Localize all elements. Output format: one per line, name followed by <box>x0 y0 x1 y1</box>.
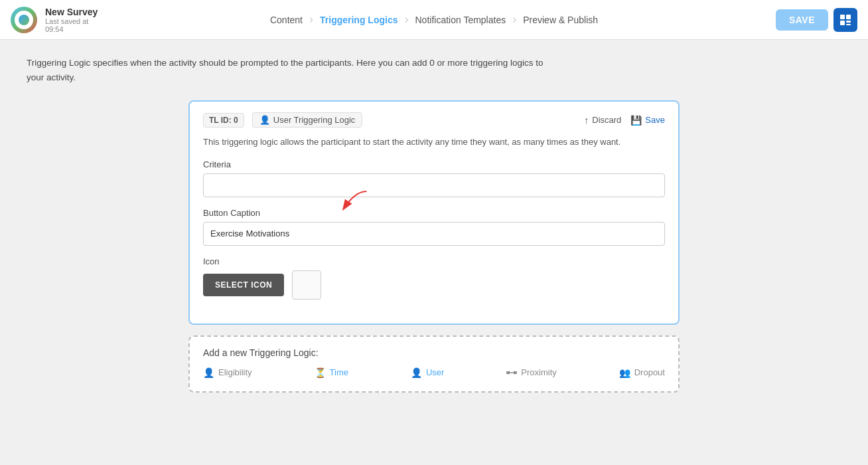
icon-preview <box>292 270 321 300</box>
card-description: This triggering logic allows the partici… <box>203 136 665 149</box>
logic-types-row: 👤 Eligibility ⏳ Time 👤 User Proximity 👥 … <box>203 367 665 378</box>
criteria-group: Criteria <box>203 159 665 197</box>
icon-group: Icon SELECT ICON <box>203 256 665 300</box>
topbar-right: SAVE <box>776 8 857 32</box>
button-caption-label: Button Caption <box>203 208 665 218</box>
add-proximity-button[interactable]: Proximity <box>506 367 556 377</box>
icon-section: SELECT ICON <box>203 270 665 300</box>
save-button[interactable]: SAVE <box>776 9 828 31</box>
card-actions: ↑ Discard 💾 Save <box>584 115 665 126</box>
card-save-icon: 💾 <box>630 115 642 126</box>
survey-title: New Survey <box>45 7 98 17</box>
card-header-left: TL ID: 0 👤 User Triggering Logic <box>203 112 362 128</box>
icon-label: Icon <box>203 256 665 266</box>
select-icon-button[interactable]: SELECT ICON <box>203 274 284 296</box>
card-save-button[interactable]: 💾 Save <box>630 115 665 126</box>
nav-triggering-logics[interactable]: Triggering Logics <box>315 15 403 25</box>
eligibility-label: Eligibility <box>218 367 252 377</box>
proximity-label: Proximity <box>521 367 556 377</box>
discard-icon: ↑ <box>584 115 589 126</box>
survey-icon-button[interactable] <box>833 8 857 32</box>
main-content: Triggering Logic specifies when the acti… <box>0 40 868 465</box>
add-user-button[interactable]: 👤 User <box>411 367 444 378</box>
main-nav: Content › Triggering Logics › Notificati… <box>265 13 603 27</box>
time-icon: ⏳ <box>315 367 326 378</box>
svg-rect-3 <box>846 21 851 23</box>
add-logic-card: Add a new Triggering Logic: 👤 Eligibilit… <box>188 335 680 393</box>
criteria-input[interactable] <box>203 173 665 197</box>
eligibility-icon: 👤 <box>203 367 214 378</box>
add-dropout-button[interactable]: 👥 Dropout <box>619 367 665 378</box>
time-label: Time <box>330 367 348 377</box>
nav-sep-3: › <box>511 13 518 27</box>
survey-info: New Survey Last saved at 09:54 <box>45 7 98 33</box>
logic-type-badge: 👤 User Triggering Logic <box>252 112 363 128</box>
person-icon: 👤 <box>259 115 270 125</box>
add-eligibility-button[interactable]: 👤 Eligibility <box>203 367 252 378</box>
svg-rect-1 <box>846 15 851 19</box>
user-icon: 👤 <box>411 367 422 378</box>
nav-notification-templates[interactable]: Notification Templates <box>409 15 511 25</box>
button-caption-input[interactable] <box>203 222 665 246</box>
survey-saved-label: Last saved at 09:54 <box>45 17 98 33</box>
dropout-icon: 👥 <box>619 367 630 378</box>
nav-sep-1: › <box>308 13 315 27</box>
svg-rect-4 <box>846 24 851 25</box>
nav-content[interactable]: Content <box>265 15 308 25</box>
add-time-button[interactable]: ⏳ Time <box>315 367 348 378</box>
dropout-label: Dropout <box>634 367 665 377</box>
svg-rect-2 <box>840 21 845 25</box>
logic-card: TL ID: 0 👤 User Triggering Logic ↑ Disca… <box>188 100 680 325</box>
criteria-label: Criteria <box>203 159 665 169</box>
svg-marker-10 <box>508 371 510 375</box>
nav-preview-publish[interactable]: Preview & Publish <box>518 15 603 25</box>
logic-type-label: User Triggering Logic <box>273 115 356 125</box>
card-header: TL ID: 0 👤 User Triggering Logic ↑ Disca… <box>203 112 665 128</box>
svg-rect-0 <box>840 15 845 19</box>
page-description: Triggering Logic specifies when the acti… <box>27 56 557 84</box>
topbar: New Survey Last saved at 09:54 Content ›… <box>0 0 868 40</box>
button-caption-group: Button Caption <box>203 208 665 246</box>
tl-id-badge: TL ID: 0 <box>203 113 244 128</box>
svg-marker-9 <box>514 371 516 375</box>
app-logo <box>11 7 37 33</box>
proximity-icon <box>506 368 517 377</box>
discard-button[interactable]: ↑ Discard <box>584 115 621 126</box>
add-logic-title: Add a new Triggering Logic: <box>203 347 665 358</box>
nav-sep-2: › <box>403 13 409 27</box>
user-label: User <box>426 367 444 377</box>
